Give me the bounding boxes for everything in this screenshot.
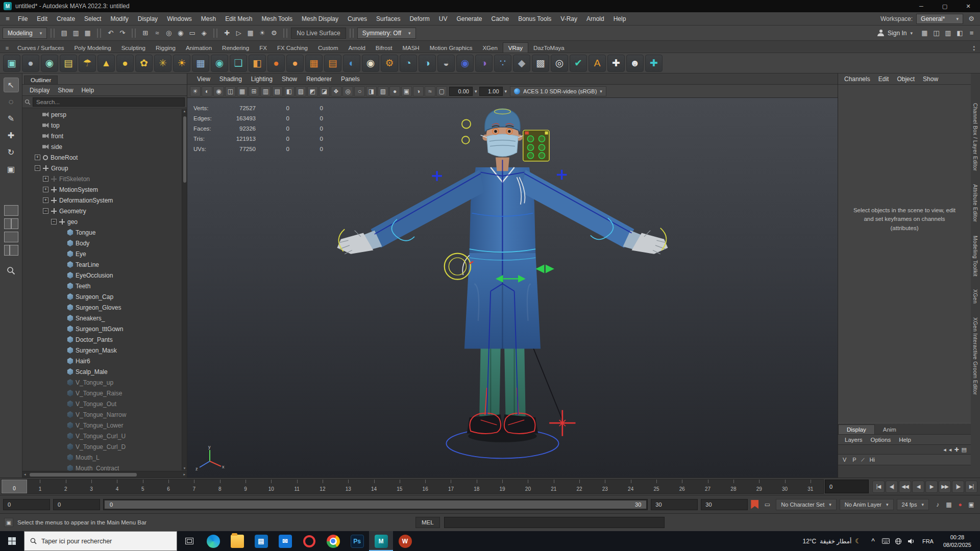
current-frame-marker[interactable]: 0 <box>2 480 27 493</box>
vray-check-icon[interactable]: ✔ <box>570 55 587 72</box>
frame-tick[interactable]: 29 <box>746 480 772 493</box>
view-transform-select[interactable]: ACES 1.0 SDR-video (sRGB) ▾ <box>510 86 606 96</box>
vray-swirl-ball-icon[interactable]: ◉ <box>456 55 474 72</box>
shelf-tab[interactable]: Animation <box>181 43 217 53</box>
vp-safe-action-icon[interactable]: ◩ <box>307 86 318 96</box>
vray-bust-icon[interactable]: ◆ <box>513 55 530 72</box>
outliner-node-row[interactable]: Surgeon_Mask <box>22 345 187 356</box>
select-tool[interactable]: ↖ <box>4 78 19 92</box>
step-forward-frame-button[interactable]: |▶ <box>952 481 964 493</box>
outliner-node-row[interactable]: side <box>22 141 187 152</box>
character-set-select[interactable]: No Character Set▾ <box>776 499 837 510</box>
frame-tick[interactable]: 14 <box>361 480 386 493</box>
menu-item[interactable]: Mesh Tools <box>257 12 297 26</box>
frame-tick[interactable]: 8 <box>207 480 233 493</box>
outliner-menu-item[interactable]: Display <box>26 87 54 94</box>
menu-item[interactable]: Select <box>80 12 106 26</box>
outliner-node-row[interactable]: Mouth_Contract <box>22 463 187 471</box>
animation-end-field[interactable]: 30 <box>701 499 748 510</box>
layer-list[interactable] <box>838 465 971 478</box>
outliner-node-row[interactable]: Hair6 <box>22 356 187 366</box>
frame-tick[interactable]: 22 <box>567 480 592 493</box>
frame-tick[interactable]: 5 <box>130 480 156 493</box>
arnold-a-icon[interactable]: A <box>589 55 606 72</box>
expand-toggle-icon[interactable]: + <box>35 155 40 160</box>
vp-multisample-icon[interactable]: ▦ <box>237 86 248 96</box>
vp-gate-mask-icon[interactable]: ◧ <box>284 86 295 96</box>
store-icon[interactable]: ▤ <box>249 531 273 551</box>
frame-tick[interactable]: 27 <box>695 480 720 493</box>
step-back-frame-button[interactable]: ◀| <box>886 481 898 493</box>
frame-tick[interactable]: 2 <box>53 480 79 493</box>
outliner-tab[interactable]: Outliner <box>24 76 58 84</box>
undo-icon[interactable]: ↶ <box>105 28 116 39</box>
zoom-tool-icon[interactable] <box>4 263 19 278</box>
shelf-tab[interactable]: Bifrost <box>371 43 398 53</box>
workspace-select[interactable]: General*▾ <box>916 14 963 24</box>
outliner-node-row[interactable]: Surgeon_tttGown <box>22 323 187 334</box>
shelf-tab[interactable]: Arnold <box>344 43 371 53</box>
vp-fog-icon[interactable]: ≈ <box>425 86 435 96</box>
mail-icon[interactable]: ✉ <box>273 531 297 551</box>
expand-toggle-icon[interactable]: − <box>43 208 48 214</box>
current-frame-field[interactable]: 0 <box>825 480 869 493</box>
frame-tick[interactable]: 11 <box>284 480 309 493</box>
frame-tick[interactable]: 31 <box>798 480 823 493</box>
outliner-node-row[interactable]: Mouth_L <box>22 452 187 463</box>
outliner-node-row[interactable]: + BoneRoot <box>22 152 187 163</box>
new-scene-icon[interactable]: ▤ <box>58 28 70 39</box>
hidden-icons-chevron[interactable]: ^ <box>867 537 879 545</box>
layout-two-pane-button[interactable] <box>4 218 18 229</box>
vp-screen-ao-icon[interactable]: ◉ <box>213 86 224 96</box>
outliner-node-row[interactable]: top <box>22 120 187 131</box>
vp-grid-icon[interactable]: ⊞ <box>249 86 259 96</box>
frame-tick[interactable]: 18 <box>464 480 489 493</box>
expand-toggle-icon[interactable]: − <box>51 219 57 224</box>
frame-tick[interactable]: 24 <box>618 480 644 493</box>
close-button[interactable]: ✕ <box>957 0 980 12</box>
shelf-tab[interactable]: Rendering <box>217 43 254 53</box>
vray-gray-ball-icon[interactable]: ◒ <box>437 55 455 72</box>
outliner-node-row[interactable]: Doctor_Pants <box>22 334 187 345</box>
cache-icon[interactable]: ▦ <box>943 499 954 510</box>
outliner-node-row[interactable]: + DeformationSystem <box>22 195 187 206</box>
file-explorer-icon[interactable] <box>225 531 249 551</box>
vray-toon-b-icon[interactable]: ◑ <box>419 55 436 72</box>
viewport-canvas[interactable]: Verts: 72527 0 0 Edges: 163493 0 0 <box>187 98 838 478</box>
hotbox-icon[interactable]: ≡ <box>966 28 977 39</box>
menu-item[interactable]: UV <box>434 12 452 26</box>
outliner-node-row[interactable]: − geo <box>22 216 187 227</box>
outliner-node-row[interactable]: V_Tongue_Narrow <box>22 409 187 420</box>
snap-grid-icon[interactable]: ⊞ <box>139 28 151 39</box>
opera-icon[interactable] <box>297 531 321 551</box>
expand-toggle-icon[interactable]: + <box>43 187 48 192</box>
exposure-field[interactable]: 0.00 <box>449 87 473 96</box>
section-grip[interactable] <box>97 29 101 38</box>
taskbar-search-input[interactable]: Taper ici pour rechercher <box>24 531 177 551</box>
frame-tick[interactable]: 6 <box>156 480 181 493</box>
layer-menu-item[interactable]: Help <box>895 437 915 443</box>
expand-toggle-icon[interactable]: − <box>35 165 40 171</box>
frame-tick[interactable]: 3 <box>79 480 104 493</box>
task-view-button[interactable] <box>177 531 201 551</box>
vray-settings-icon[interactable]: ⚙ <box>381 55 398 72</box>
sidebar-vertical-tab[interactable]: XGen <box>972 289 978 304</box>
shelf-scroll-arrows[interactable]: ▴▾ <box>970 43 978 53</box>
section-grip[interactable] <box>350 29 354 38</box>
vp-xray-icon[interactable]: ◨ <box>366 86 377 96</box>
sidebar-vertical-tab[interactable]: Channel Box / Layer Editor <box>972 103 978 171</box>
outliner-menu-item[interactable]: Show <box>54 87 77 94</box>
construction-history-icon[interactable]: ✚ <box>221 28 233 39</box>
vp-isolate-select-icon[interactable]: ○ <box>354 86 365 96</box>
move-layer-up-icon[interactable]: ◂ <box>943 446 946 453</box>
minimize-button[interactable]: ─ <box>910 0 933 12</box>
make-live-icon[interactable]: ◈ <box>198 28 210 39</box>
vray-proxy-person-icon[interactable]: ◎ <box>551 55 568 72</box>
viewport-menu-item[interactable]: Lighting <box>247 76 277 83</box>
shelf-tab[interactable]: XGen <box>477 43 502 53</box>
vp-field-chart-icon[interactable]: ▨ <box>296 86 306 96</box>
edit-bookmark-icon[interactable]: ▭ <box>762 499 773 510</box>
snap-point-icon[interactable]: ◎ <box>163 28 175 39</box>
menu-item[interactable]: Curves <box>343 12 372 26</box>
frame-tick[interactable]: 30 <box>772 480 797 493</box>
